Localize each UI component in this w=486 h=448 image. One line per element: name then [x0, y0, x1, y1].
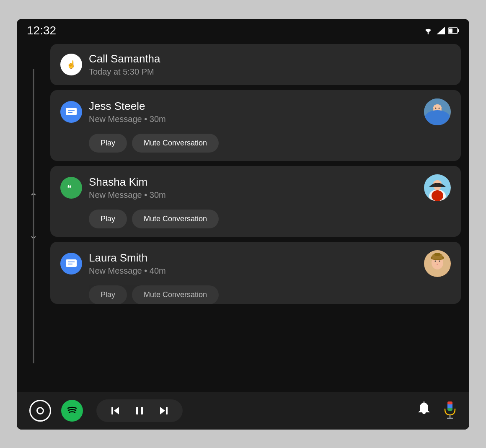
- reminder-title: Call Samantha: [89, 52, 451, 65]
- laura-card-text: Laura Smith New Message • 40m: [89, 251, 417, 276]
- svg-point-31: [435, 260, 436, 262]
- jess-top-row: Jess Steele New Message • 30m: [60, 98, 451, 125]
- svg-text:❝: ❝: [67, 184, 72, 193]
- svg-marker-1: [437, 27, 445, 34]
- reminder-subtitle: Today at 5:30 PM: [89, 67, 451, 77]
- reminder-card-text: Call Samantha Today at 5:30 PM: [89, 52, 451, 77]
- device-screen: 12:32 ⌃ ⌄: [17, 19, 469, 430]
- laura-subtitle: New Message • 40m: [89, 266, 417, 276]
- jess-buttons: Play Mute Conversation: [60, 134, 219, 153]
- svg-point-15: [439, 107, 440, 109]
- svg-rect-45: [447, 401, 452, 404]
- jess-card-text: Jess Steele New Message • 30m: [89, 100, 417, 124]
- svg-point-13: [433, 104, 442, 111]
- spotify-icon: [65, 404, 79, 417]
- shasha-subtitle: New Message • 30m: [89, 190, 417, 200]
- jess-mute-button[interactable]: Mute Conversation: [132, 134, 219, 153]
- svg-rect-46: [447, 408, 452, 411]
- svg-rect-4: [449, 28, 452, 33]
- card-laura[interactable]: Laura Smith New Message • 40m: [50, 242, 461, 304]
- main-content: ⌃ ⌄ ☝ Call Samantha Today at 5:30 PM: [17, 41, 469, 392]
- shasha-play-button[interactable]: Play: [89, 210, 127, 228]
- status-bar: 12:32: [17, 19, 469, 41]
- prev-button[interactable]: [105, 404, 126, 418]
- jess-app-icon: [60, 101, 82, 123]
- svg-marker-41: [160, 407, 165, 414]
- laura-mute-button[interactable]: Mute Conversation: [132, 285, 219, 304]
- scroll-track: [33, 69, 34, 363]
- laura-play-button[interactable]: Play: [89, 285, 127, 304]
- svg-rect-25: [66, 259, 77, 267]
- status-icons: [423, 27, 459, 34]
- laura-avatar: [424, 250, 451, 277]
- jess-title: Jess Steele: [89, 100, 417, 113]
- jess-play-button[interactable]: Play: [89, 134, 127, 153]
- svg-rect-24: [432, 190, 443, 201]
- nav-right: [417, 401, 457, 421]
- svg-rect-3: [458, 29, 459, 32]
- bottom-nav: [17, 392, 469, 430]
- notification-bell-button[interactable]: [417, 401, 431, 420]
- signal-icon: [437, 27, 445, 34]
- battery-icon: [448, 27, 459, 34]
- pause-button[interactable]: [129, 404, 150, 418]
- svg-rect-38: [111, 407, 113, 414]
- media-controls: [96, 399, 183, 422]
- card-reminder[interactable]: ☝ Call Samantha Today at 5:30 PM: [50, 44, 461, 85]
- shasha-buttons: Play Mute Conversation: [60, 210, 219, 228]
- svg-point-0: [428, 33, 429, 34]
- shasha-card-text: Shasha Kim New Message • 30m: [89, 176, 417, 200]
- spotify-button[interactable]: [61, 400, 83, 422]
- svg-text:☝: ☝: [67, 60, 76, 69]
- scroll-sidebar: ⌃ ⌄: [17, 44, 50, 388]
- shasha-avatar: [424, 174, 451, 201]
- card-shasha[interactable]: ❝ Shasha Kim New Message • 30m: [50, 166, 461, 237]
- svg-rect-42: [166, 407, 168, 414]
- svg-rect-36: [436, 253, 439, 255]
- shasha-mute-button[interactable]: Mute Conversation: [132, 210, 219, 228]
- home-button[interactable]: [29, 400, 51, 422]
- laura-app-icon: [60, 253, 82, 274]
- svg-rect-7: [66, 108, 77, 115]
- laura-title: Laura Smith: [89, 251, 417, 264]
- status-time: 12:32: [27, 24, 56, 37]
- laura-top-row: Laura Smith New Message • 40m: [60, 250, 451, 277]
- svg-rect-16: [425, 110, 450, 125]
- svg-point-32: [439, 260, 440, 262]
- svg-rect-40: [141, 407, 143, 414]
- shasha-title: Shasha Kim: [89, 176, 417, 189]
- card-jess[interactable]: Jess Steele New Message • 30m: [50, 90, 461, 161]
- google-mic-button[interactable]: [443, 401, 457, 421]
- home-button-inner: [36, 407, 44, 414]
- laura-buttons: Play Mute Conversation: [60, 285, 219, 304]
- cards-container: ☝ Call Samantha Today at 5:30 PM: [50, 44, 469, 388]
- jess-avatar: [424, 98, 451, 125]
- shasha-top-row: ❝ Shasha Kim New Message • 30m: [60, 174, 451, 201]
- svg-marker-37: [114, 407, 119, 414]
- jess-subtitle: New Message • 30m: [89, 114, 417, 124]
- wifi-icon: [423, 27, 433, 34]
- nav-left: [29, 399, 183, 422]
- svg-rect-39: [136, 407, 138, 414]
- reminder-app-icon: ☝: [60, 54, 82, 75]
- svg-point-14: [435, 107, 437, 109]
- next-button[interactable]: [153, 404, 174, 418]
- shasha-app-icon: ❝: [60, 177, 82, 199]
